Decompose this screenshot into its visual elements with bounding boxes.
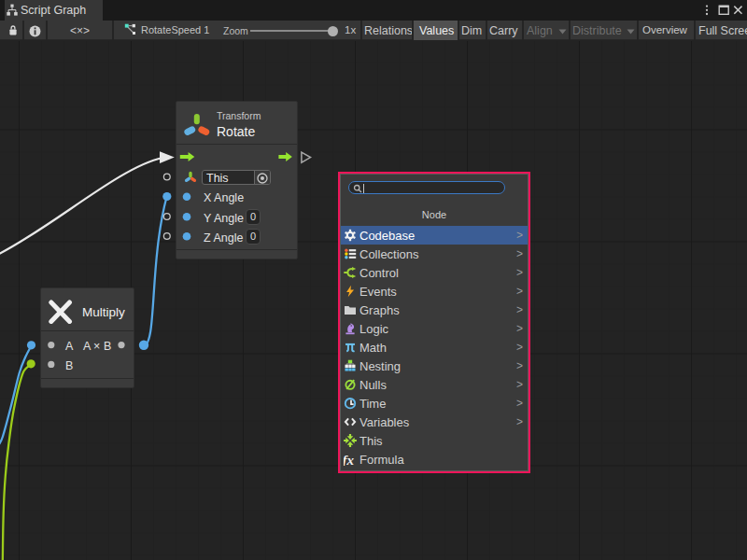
svg-text:fx: fx — [344, 453, 354, 466]
